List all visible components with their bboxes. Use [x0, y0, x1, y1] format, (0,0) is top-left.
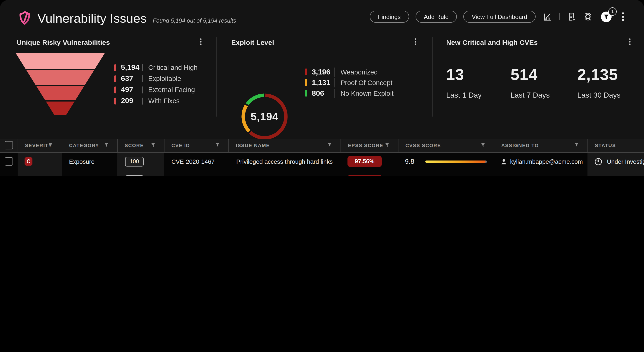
row-checkbox[interactable]: [5, 158, 13, 166]
select-all-checkbox[interactable]: [5, 141, 13, 150]
filter-avatar-circle[interactable]: 1: [601, 11, 612, 22]
exploit-donut-chart: 5,194: [237, 89, 292, 144]
table-header: SEVERITY CATEGORY SCORE CVE ID ISSUE NAM…: [0, 139, 644, 153]
funnel-icon: [603, 14, 609, 20]
column-header-score[interactable]: SCORE: [117, 139, 164, 152]
filter-icon: [151, 143, 155, 148]
column-header-status[interactable]: STATUS: [588, 139, 644, 152]
legend-marker: [114, 64, 116, 71]
status-cell: Under Investig: [588, 171, 644, 176]
filter-avatar[interactable]: 1: [601, 11, 612, 22]
legend-label: With Fixes: [148, 97, 180, 105]
column-header-category[interactable]: CATEGORY: [62, 139, 117, 152]
cve-id-value: CVE-2020-1467: [172, 158, 214, 165]
legend-item: 209 With Fixes: [114, 95, 198, 106]
legend-label: No Known Exploit: [340, 90, 394, 97]
severity-badge: C: [24, 158, 32, 166]
epss-score-cell: 97.56%: [340, 153, 398, 171]
header-kebab-menu[interactable]: [622, 12, 624, 21]
category-cell: Exposure: [62, 153, 117, 171]
funnel-panel-menu[interactable]: [200, 38, 202, 46]
legend-value: 3,196: [312, 68, 334, 76]
legend-label: Critical and High: [148, 64, 198, 71]
top-actions: Findings Add Rule View Full Dashboard: [363, 11, 624, 23]
funnel-legend: 5,194 Critical and High 637 Exploitable …: [114, 62, 198, 106]
filter-icon: [216, 143, 220, 148]
toolbar-divider: [559, 13, 560, 20]
legend-marker: [305, 90, 307, 97]
new-cves-panel-title: New Critical and High CVEs: [446, 38, 538, 46]
table-body: C Exposure 100 CVE-2020-1467 Privileged …: [0, 153, 644, 176]
issue-name-value: Privileged access through hard links: [236, 158, 333, 165]
table-row[interactable]: C Exposure 100 CVE-2020-1467 Privileged …: [0, 153, 644, 171]
legend-value: 5,194: [121, 63, 141, 72]
table-row[interactable]: C Credentials 100 CVE-2024-22518 Imprope…: [0, 171, 644, 176]
panel-divider: [432, 37, 433, 117]
column-header-issue-name[interactable]: ISSUE NAME: [228, 139, 340, 152]
view-full-dashboard-button[interactable]: View Full Dashboard: [464, 11, 536, 23]
under-investigation-clock-icon: [594, 158, 602, 166]
panel-divider: [216, 37, 217, 117]
filter-icon: [328, 143, 332, 148]
brand: Vulnerability Issues Found 5,194 out of …: [18, 8, 236, 26]
legend-marker: [305, 68, 307, 75]
column-header-cve-id[interactable]: CVE ID: [164, 139, 228, 152]
stat-label: Last 7 Days: [510, 91, 550, 99]
legend-value: 637: [121, 74, 141, 83]
cvss-score-value: 9.8: [405, 158, 425, 165]
status-label: Under Investig: [607, 158, 644, 165]
legend-marker: [114, 75, 116, 82]
cve-id-cell: CVE-2024-22518: [164, 171, 228, 176]
checkbox-cell: [0, 171, 18, 176]
column-header-cvss-score[interactable]: CVSS SCORE: [398, 139, 494, 152]
column-header-epss-score[interactable]: EPSS SCORE: [340, 139, 398, 152]
severity-cell: C: [18, 153, 62, 171]
stat-value: 514: [510, 66, 550, 84]
legend-item: 497 External Facing: [114, 84, 198, 95]
new-cves-panel-menu[interactable]: [629, 38, 630, 46]
filter-icon: [574, 143, 579, 148]
funnel-panel-title: Unique Risky Vulnerabilities: [17, 38, 110, 46]
person-icon: [501, 159, 507, 165]
add-rule-button[interactable]: Add Rule: [416, 11, 457, 23]
legend-item: 637 Exploitable: [114, 73, 198, 84]
legend-value: 806: [312, 89, 334, 97]
donut-total: 5,194: [237, 89, 292, 144]
checkbox-cell: [0, 153, 18, 171]
stat-value: 2,135: [577, 66, 620, 84]
export-report-icon[interactable]: [567, 12, 576, 21]
app-logo-icon: [18, 10, 32, 27]
exploit-panel-menu[interactable]: [415, 38, 416, 46]
legend-label: Proof Of Concept: [340, 79, 392, 86]
funnel-chart: [14, 52, 106, 117]
column-header-assigned-to[interactable]: ASSIGNED TO: [494, 139, 588, 152]
stat-value: 13: [446, 66, 482, 84]
score-cell: 100: [117, 153, 164, 171]
legend-label: External Facing: [148, 86, 195, 93]
legend-item: 3,196 Weaponized: [305, 67, 394, 77]
top-bar: Vulnerability Issues Found 5,194 out of …: [0, 0, 644, 33]
legend-item: 806 No Known Exploit: [305, 88, 394, 99]
column-header-severity[interactable]: SEVERITY: [18, 139, 62, 152]
vulnerability-dashboard: Vulnerability Issues Found 5,194 out of …: [0, 0, 644, 176]
legend-marker: [305, 79, 307, 86]
summary-panels: Unique Risky Vulnerabilities 5,194 Criti…: [0, 33, 644, 139]
assigned-to-cell: kylian.mbappe@acme.com: [494, 153, 588, 171]
category-value: Exposure: [69, 158, 94, 165]
severity-cell: C: [18, 171, 62, 176]
chart-toggle-icon[interactable]: [543, 12, 552, 21]
epss-score-badge: 97.56%: [348, 156, 382, 167]
category-cell: Credentials: [62, 171, 117, 176]
legend-marker: [114, 97, 116, 104]
legend-item: 1,131 Proof Of Concept: [305, 77, 394, 88]
filter-count-badge: 1: [608, 7, 617, 15]
cvss-score-cell: 10: [398, 171, 494, 176]
assignee-email: kylian.mbappe@acme.com: [510, 158, 583, 165]
legend-value: 1,131: [312, 78, 334, 87]
results-count: Found 5,194 out of 5,194 results: [153, 17, 236, 24]
findings-button[interactable]: Findings: [370, 11, 409, 23]
exploit-legend: 3,196 Weaponized 1,131 Proof Of Concept …: [305, 67, 394, 99]
sync-icon[interactable]: [583, 12, 592, 21]
issue-name-cell: Improper authorization to reset Confl…: [228, 171, 340, 176]
stat-label: Last 30 Days: [577, 91, 620, 99]
